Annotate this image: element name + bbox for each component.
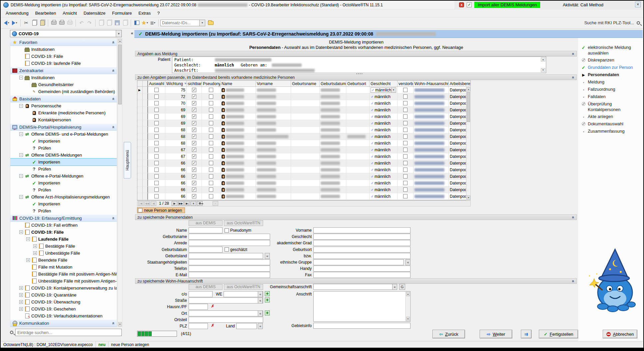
sichtbar-checkbox[interactable]: [192, 94, 196, 99]
header-cell[interactable]: Geburtsname: [291, 81, 320, 86]
sichtbar-checkbox[interactable]: [192, 161, 196, 165]
verstorben-checkbox[interactable]: [403, 114, 407, 119]
new-person-checkbox[interactable]: [138, 208, 142, 212]
expander-icon[interactable]: −: [19, 76, 23, 79]
akademischer-grad-input[interactable]: [313, 240, 410, 246]
forward-button[interactable]: ▾: [11, 19, 18, 27]
collapse-icon[interactable]: «: [111, 126, 116, 128]
expander-icon[interactable]: −: [19, 132, 23, 136]
auswahl-checkbox[interactable]: [154, 154, 159, 159]
sidebar-item-importieren[interactable]: Importieren: [10, 159, 117, 166]
expander-icon[interactable]: +: [19, 286, 23, 290]
we-input[interactable]: [224, 291, 263, 297]
anrede-input[interactable]: [189, 240, 270, 246]
lookup-button[interactable]: «: [258, 310, 263, 316]
sidebar-item-covid-19-fälle[interactable]: −COVID-19: Fälle: [10, 229, 117, 236]
ortsteil-input[interactable]: [189, 317, 263, 323]
sidebar-item-covid-19-laufende-fälle[interactable]: COVID-19: laufende Fälle: [10, 60, 117, 67]
sichtbar-checkbox[interactable]: [192, 88, 196, 92]
sidebar-item-beendete-fälle[interactable]: +Beendete Fälle: [10, 257, 117, 264]
paste-icon[interactable]: [39, 19, 46, 27]
sichtbar-checkbox[interactable]: [192, 148, 196, 152]
auswahl-checkbox[interactable]: [154, 88, 159, 92]
straße-input[interactable]: [189, 297, 263, 303]
auswahl-checkbox[interactable]: [154, 168, 159, 172]
header-cell[interactable]: Vorname: [256, 81, 291, 86]
expander-icon[interactable]: +: [19, 307, 23, 311]
filter-icon[interactable]: [184, 83, 187, 84]
column-header-wichtung[interactable]: Wichtung: [166, 81, 183, 86]
sichtbar-checkbox[interactable]: [192, 174, 196, 178]
wizard-step-zusammenfassung[interactable]: Zusammenfassung: [578, 128, 643, 135]
geschaetzt-checkbox[interactable]: [225, 247, 229, 252]
auswahl-checkbox[interactable]: [154, 148, 159, 152]
table-row[interactable]: 67männlichDatenpool med...: [137, 147, 470, 153]
last-page-button[interactable]: ▶|: [184, 201, 190, 206]
vorname-input[interactable]: [313, 227, 410, 233]
scroll-thumb[interactable]: [467, 92, 470, 122]
collapse-icon[interactable]: «: [571, 280, 576, 282]
copy-icon[interactable]: [31, 19, 38, 27]
expander-icon[interactable]: −: [19, 153, 23, 157]
wizard-step-personendaten[interactable]: ▶Personendaten: [578, 71, 643, 78]
wizard-step-akte-anlegen[interactable]: Akte anlegen: [578, 113, 643, 120]
expander-icon[interactable]: −: [19, 195, 23, 199]
window-layout-icon[interactable]: [133, 19, 140, 27]
table-row[interactable]: 68männlichDatenpool med...: [137, 133, 470, 140]
pseudonym-checkbox[interactable]: [209, 141, 213, 145]
column-header-verstorben[interactable]: verstorben: [399, 81, 413, 86]
sidebar-section-basisdaten[interactable]: Basisdaten«: [10, 95, 117, 102]
sichtbar-checkbox[interactable]: [192, 194, 196, 198]
sidebar-section-covid-19-erfassung-ermittlung[interactable]: COVID-19: Erfassung/Ermittlung«: [10, 214, 117, 222]
pseudonym-checkbox[interactable]: [209, 174, 213, 178]
sidebar-item-institutionen[interactable]: −Institutionen: [10, 74, 117, 81]
auswahl-checkbox[interactable]: [154, 187, 159, 192]
table-row[interactable]: ▶75männlich▾Datenpool med...: [137, 87, 470, 93]
sichtbar-checkbox[interactable]: [192, 121, 196, 125]
gebietsinfo-input[interactable]: [313, 323, 410, 329]
first-page-button[interactable]: |◀: [138, 201, 144, 206]
sidebar-section-demis-e-portal-hospitalisierung[interactable]: DEMIS/e-Portal/Hospitalisierung«: [10, 123, 117, 131]
expander-icon[interactable]: +: [33, 244, 37, 248]
sidebar-item-prüfen[interactable]: Prüfen: [10, 145, 117, 152]
pseudonym-checkbox[interactable]: [209, 187, 213, 192]
sidebar-item-importieren[interactable]: Importieren: [10, 138, 117, 145]
auswahl-checkbox[interactable]: [154, 101, 159, 105]
sidebar-item-prüfen[interactable]: Prüfen: [10, 207, 117, 214]
auswahl-checkbox[interactable]: [154, 141, 159, 145]
menu-extras[interactable]: Extras: [135, 10, 154, 17]
sidebar-item-importieren[interactable]: Importieren: [10, 200, 117, 207]
wizard-step-falldaten[interactable]: Falldaten: [578, 93, 643, 100]
verstorben-checkbox[interactable]: [403, 174, 407, 178]
list-view-icon[interactable]: ≣▾: [149, 19, 156, 27]
lookup-button[interactable]: «: [392, 284, 397, 290]
sichtbar-checkbox[interactable]: [192, 181, 196, 185]
expander-icon[interactable]: −: [26, 237, 30, 241]
column-header-geschlecht[interactable]: Geschlecht: [371, 81, 391, 86]
scroll-down-arrow[interactable]: ▼: [406, 317, 410, 321]
tree-search-input[interactable]: [15, 329, 122, 336]
collapse-icon[interactable]: «: [111, 217, 116, 219]
wizard-step-fallzuordnung[interactable]: Fallzuordnung: [578, 86, 643, 93]
menu-formulare[interactable]: Formulare: [109, 10, 135, 17]
header-cell[interactable]: Name: [221, 81, 256, 86]
sidebar-item-unbestätigte-fälle-mit-positivem-antigen[interactable]: Unbestätigte Fälle mit positivem Antigen…: [10, 278, 117, 285]
expander-icon[interactable]: +: [19, 300, 23, 304]
geschlecht-dropdown[interactable]: männlich▾: [371, 87, 396, 93]
header-cell[interactable]: Wohn-/Hausanschrift: [413, 81, 449, 86]
table-row[interactable]: 69männlichDatenpool med...: [137, 107, 470, 113]
pseudonym-checkbox[interactable]: [209, 181, 213, 185]
sichtbar-checkbox[interactable]: [192, 187, 196, 192]
prev-fast-button[interactable]: ◀◀: [144, 201, 150, 206]
pseudonym-checkbox[interactable]: [209, 168, 213, 172]
handy-input[interactable]: [313, 266, 410, 272]
column-header-wohn-hausanschrift[interactable]: Wohn-/Hausanschrift: [414, 81, 449, 86]
hscroll-left-button[interactable]: ‹: [213, 201, 218, 206]
sichtbar-checkbox[interactable]: [192, 108, 196, 112]
table-row[interactable]: 70männlichDatenpool med...: [137, 100, 470, 107]
sichtbar-checkbox[interactable]: [192, 134, 196, 139]
geburtsdatum-input[interactable]: [189, 247, 223, 253]
sidebar-item-erkrankte-medizinische-personen[interactable]: Erkrankte (medizinische Personen): [10, 109, 117, 116]
pseudonym-checkbox[interactable]: [209, 101, 213, 105]
next-button[interactable]: ⇨Weiter: [480, 330, 512, 338]
